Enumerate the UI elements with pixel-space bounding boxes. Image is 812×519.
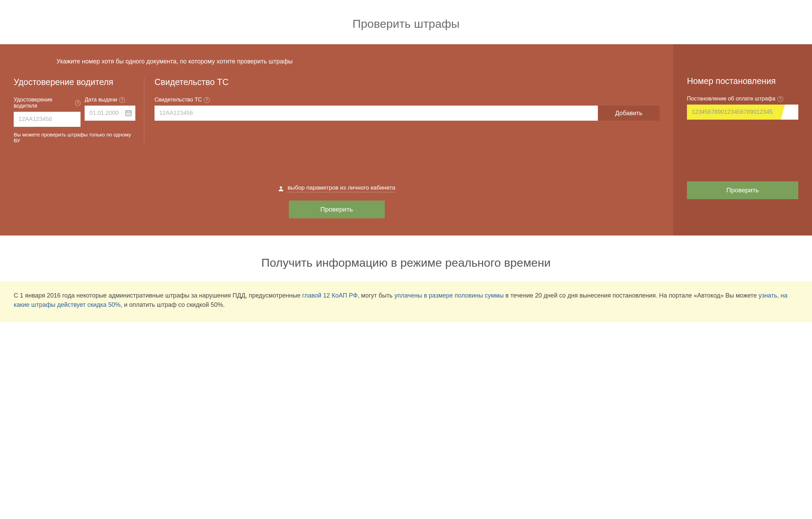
check-button-right[interactable]: Проверить: [687, 181, 798, 199]
help-icon[interactable]: ?: [119, 97, 125, 103]
cert-label: Свидетельство ТС: [155, 97, 202, 103]
profile-link-text: выбор параметров из личного кабинета: [287, 184, 395, 192]
info-band: С 1 января 2016 года некоторые администр…: [0, 281, 812, 322]
add-button[interactable]: Добавить: [598, 106, 660, 121]
date-label: Дата выдачи: [85, 97, 117, 103]
svg-point-8: [128, 114, 129, 115]
cert-heading: Свидетельство ТС: [155, 77, 660, 87]
driver-hint: Вы можете проверить штрафы только по одн…: [14, 132, 135, 143]
subtitle: Получить информацию в режиме реального в…: [0, 236, 812, 281]
driver-heading: Удостоверение водителя: [14, 77, 135, 87]
check-button-left[interactable]: Проверить: [289, 201, 385, 218]
main-panel: Укажите номер хотя бы одного документа, …: [0, 44, 812, 236]
page-title: Проверить штрафы: [0, 0, 812, 44]
info-link-koap[interactable]: главой 12 КоАП РФ: [302, 292, 358, 299]
resolution-input[interactable]: [687, 105, 798, 120]
svg-point-9: [130, 114, 130, 115]
help-icon[interactable]: ?: [75, 100, 81, 106]
profile-params-link[interactable]: выбор параметров из личного кабинета: [278, 184, 395, 192]
resolution-heading: Номер постановления: [687, 76, 798, 86]
svg-point-7: [127, 114, 127, 115]
info-text-4: , и оплатить штраф со скидкой 50%.: [121, 301, 225, 308]
info-text-1: С 1 января 2016 года некоторые администр…: [14, 292, 302, 299]
user-icon: [278, 185, 284, 192]
driver-license-input[interactable]: [14, 112, 81, 127]
cert-input[interactable]: [155, 106, 598, 121]
driver-license-section: Удостоверение водителя Удостоверение вод…: [14, 77, 144, 143]
svg-point-6: [130, 113, 130, 114]
resolution-label: Постановление об оплате штрафа: [687, 96, 775, 102]
info-text-2: , могут быть: [358, 292, 394, 299]
panel-right: Номер постановления Постановление об опл…: [673, 44, 812, 236]
help-icon[interactable]: ?: [204, 97, 210, 103]
svg-point-5: [128, 113, 129, 114]
info-link-half[interactable]: уплачены в размере половины суммы: [394, 292, 504, 299]
panel-left: Укажите номер хотя бы одного документа, …: [0, 44, 673, 236]
info-text-3: в течение 20 дней со дня вынесения поста…: [504, 292, 759, 299]
driver-license-label: Удостоверение водителя: [14, 97, 73, 109]
help-icon[interactable]: ?: [777, 96, 783, 102]
instruction-text: Укажите номер хотя бы одного документа, …: [14, 58, 660, 65]
svg-point-10: [280, 186, 282, 188]
svg-point-4: [127, 113, 127, 114]
vehicle-cert-section: Свидетельство ТС Свидетельство ТС ? Доба…: [144, 77, 660, 143]
calendar-icon[interactable]: [125, 110, 132, 117]
